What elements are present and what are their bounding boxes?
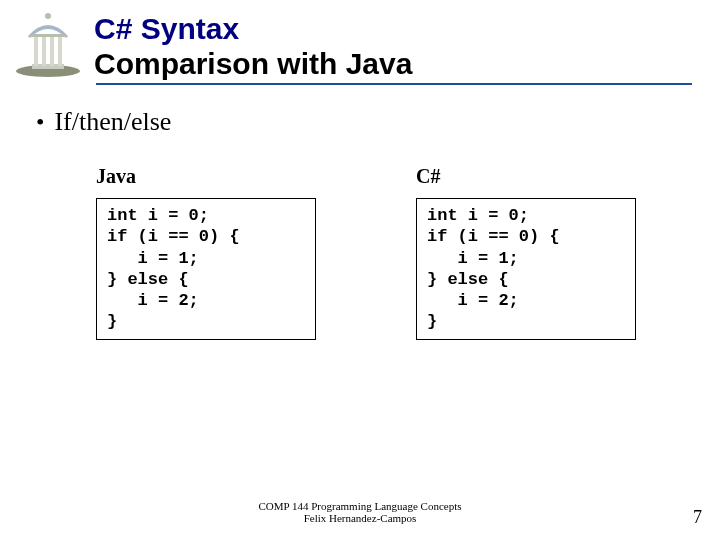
slide-subtitle: Comparison with Java (94, 47, 720, 82)
footer-line1: COMP 144 Programming Language Concepts (0, 500, 720, 512)
title-block: C# Syntax Comparison with Java (88, 8, 720, 81)
csharp-code: int i = 0; if (i == 0) { i = 1; } else {… (416, 198, 636, 340)
bullet-item: • If/then/else (36, 107, 684, 137)
code-columns: Java int i = 0; if (i == 0) { i = 1; } e… (36, 165, 684, 340)
footer-line2: Felix Hernandez-Campos (0, 512, 720, 524)
csharp-label: C# (416, 165, 636, 188)
svg-rect-5 (50, 34, 54, 66)
slide-title: C# Syntax (94, 12, 720, 47)
slide-header: C# Syntax Comparison with Java (0, 0, 720, 81)
csharp-column: C# int i = 0; if (i == 0) { i = 1; } els… (416, 165, 636, 340)
java-label: Java (96, 165, 316, 188)
slide-footer: COMP 144 Programming Language Concepts F… (0, 500, 720, 524)
svg-rect-3 (58, 34, 62, 66)
bullet-marker: • (36, 109, 44, 136)
svg-point-7 (45, 13, 51, 19)
svg-rect-4 (42, 34, 46, 66)
java-column: Java int i = 0; if (i == 0) { i = 1; } e… (96, 165, 316, 340)
svg-rect-6 (30, 34, 66, 37)
bullet-text: If/then/else (54, 107, 171, 137)
slide-content: • If/then/else Java int i = 0; if (i == … (0, 85, 720, 340)
page-number: 7 (693, 507, 702, 528)
java-code: int i = 0; if (i == 0) { i = 1; } else {… (96, 198, 316, 340)
unc-well-logo (8, 8, 88, 78)
svg-rect-2 (34, 34, 38, 66)
